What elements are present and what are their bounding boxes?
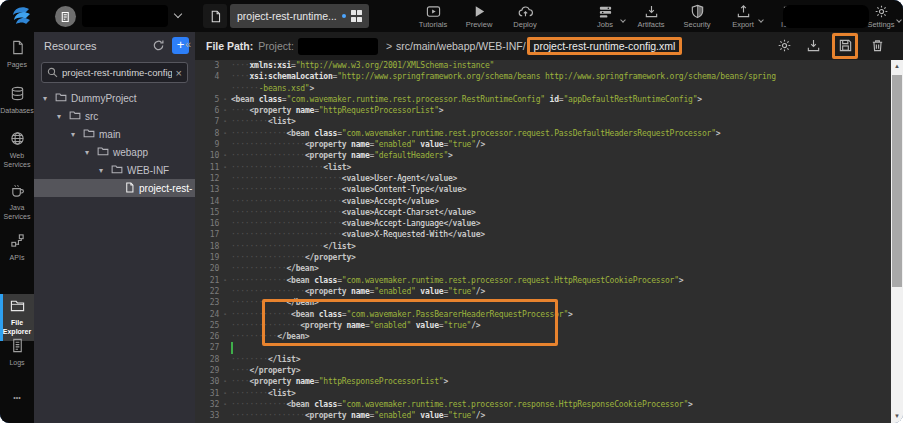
toolbar-item-deploy[interactable]: Deploy — [502, 4, 548, 29]
fold-marker — [219, 207, 231, 218]
fold-marker — [219, 331, 231, 342]
sidebar-item-java-services[interactable]: JavaServices — [0, 183, 34, 221]
code-line[interactable]: 8-············<bean class="com.wavemaker… — [195, 128, 891, 139]
tree-item-label: project-rest- — [139, 183, 192, 194]
code-line[interactable]: 26··········</bean> — [195, 331, 891, 342]
toolbar-item-export[interactable]: Export — [720, 4, 766, 29]
fold-marker[interactable]: - — [219, 376, 231, 387]
redacted-project-name — [82, 5, 168, 27]
tree-item-project-rest-[interactable]: project-rest- — [34, 179, 195, 197]
code-line[interactable]: 25···············<property name="enabled… — [195, 320, 891, 331]
code-line[interactable]: 32-············<bean class="com.wavemake… — [195, 399, 891, 410]
code-line[interactable]: ······-beans.xsd"> — [195, 83, 891, 94]
fold-marker[interactable]: - — [219, 399, 231, 410]
code-line[interactable]: 33················<property name="enable… — [195, 410, 891, 421]
open-file-tab[interactable]: project-rest-runtime... — [230, 4, 369, 28]
code-line[interactable]: 31-········<list> — [195, 388, 891, 399]
fold-marker[interactable]: - — [219, 105, 231, 116]
code-line[interactable]: 11-····················<list> — [195, 162, 891, 173]
code-line[interactable]: 16························<value>Accept-… — [195, 218, 891, 229]
code-line[interactable]: 29····</property> — [195, 365, 891, 376]
code-editor[interactable]: 3····xmlns:xsi="http://www.w3.org/2001/X… — [195, 60, 891, 423]
fold-marker[interactable]: - — [219, 94, 231, 105]
toolbar-item-jobs[interactable]: Jobs — [582, 4, 628, 29]
expand-caret-icon[interactable]: ▾ — [43, 94, 51, 103]
toolbar-item-security[interactable]: Security — [674, 4, 720, 29]
tree-item-src[interactable]: ▾src — [34, 107, 195, 125]
fold-marker[interactable]: - — [219, 116, 231, 127]
path-separator: > — [386, 40, 392, 52]
code-line[interactable]: 27 — [195, 342, 891, 353]
code-line[interactable]: 14························<value>Accept<… — [195, 196, 891, 207]
fold-marker[interactable]: - — [219, 275, 231, 286]
sidebar-item-web-services[interactable]: WebServices — [0, 131, 34, 169]
code-line[interactable]: 23············</bean> — [195, 297, 891, 308]
split-view-grid-icon[interactable] — [351, 10, 363, 22]
code-line[interactable]: 4····xsi:schemaLocation="http://www.spri… — [195, 71, 891, 82]
code-line[interactable]: 19················</property> — [195, 252, 891, 263]
fold-marker[interactable]: - — [219, 150, 231, 161]
expand-caret-icon[interactable]: ▾ — [71, 130, 79, 139]
tree-item-web-inf[interactable]: ▾WEB-INF — [34, 161, 195, 179]
code-line[interactable]: 6-····<property name="httpRequestProcess… — [195, 105, 891, 116]
expand-caret-icon[interactable]: ▾ — [99, 166, 107, 175]
file-tab-doc-icon[interactable] — [203, 4, 227, 28]
scrollbar-thumb[interactable] — [892, 75, 902, 287]
download-button[interactable] — [803, 36, 823, 56]
toolbar-item-artifacts[interactable]: Artifacts — [628, 4, 674, 29]
code-line[interactable]: 17························<value>X-Reque… — [195, 229, 891, 240]
fold-marker[interactable]: - — [219, 128, 231, 139]
code-line[interactable]: 7-········<list> — [195, 116, 891, 127]
tree-item-webapp[interactable]: ▾webapp — [34, 143, 195, 161]
project-avatar[interactable] — [55, 6, 76, 27]
tree-item-dummyproject[interactable]: ▾DummyProject — [34, 89, 195, 107]
editor-scrollbar[interactable]: ▲ ▼ — [891, 60, 903, 423]
sidebar-item-file-explorer[interactable]: FileExplorer — [0, 294, 34, 341]
code-line[interactable]: 10-················<property name="defau… — [195, 150, 891, 161]
fold-marker[interactable]: - — [219, 309, 231, 320]
settings-button[interactable] — [774, 36, 794, 56]
fold-marker[interactable]: - — [219, 388, 231, 399]
code-line[interactable]: 3····xmlns:xsi="http://www.w3.org/2001/X… — [195, 60, 891, 71]
scroll-down-arrow[interactable]: ▼ — [891, 410, 903, 423]
code-line[interactable]: 28········</list> — [195, 354, 891, 365]
code-line[interactable]: 12························<value>User-Ag… — [195, 173, 891, 184]
code-line[interactable]: 9················<property name="enabled… — [195, 139, 891, 150]
fold-marker[interactable]: - — [219, 162, 231, 173]
toolbar-label: Security — [683, 20, 710, 29]
project-switcher-chevron-down-icon[interactable] — [174, 10, 182, 18]
folder-icon — [69, 109, 81, 123]
sidebar-item--[interactable]: ••• — [0, 392, 34, 403]
tree-item-main[interactable]: ▾main — [34, 125, 195, 143]
toolbar-item-tutorials[interactable]: Tutorials — [410, 4, 456, 29]
toolbar-item-preview[interactable]: Preview — [456, 4, 502, 29]
save-button[interactable] — [832, 33, 858, 59]
sidebar-item-pages[interactable]: Pages — [0, 40, 34, 70]
expand-caret-icon[interactable]: ▾ — [85, 148, 93, 157]
code-line[interactable]: 22················<property name="enable… — [195, 286, 891, 297]
refresh-icon[interactable] — [150, 38, 166, 54]
code-text: ····xmlns:xsi="http://www.w3.org/2001/XM… — [231, 60, 891, 71]
code-text: ····<property name="httpResponseProcesso… — [231, 376, 891, 387]
code-line[interactable]: 24-·············<bean class="com.wavemak… — [195, 309, 891, 320]
line-number: 8 — [195, 128, 219, 139]
scroll-up-arrow[interactable]: ▲ — [891, 60, 903, 73]
sidebar-label: FileExplorer — [3, 319, 31, 336]
delete-button[interactable] — [867, 36, 887, 56]
sidebar-item-logs[interactable]: Logs — [0, 338, 34, 368]
clear-search-icon[interactable]: × — [176, 67, 182, 79]
toolbar-label: Settings — [867, 20, 894, 29]
fold-marker — [219, 410, 231, 421]
code-line[interactable]: 30-····<property name="httpResponseProce… — [195, 376, 891, 387]
code-line[interactable]: 13························<value>Content… — [195, 184, 891, 195]
code-line[interactable]: 21-············<bean class="com.wavemake… — [195, 275, 891, 286]
sidebar-item-apis[interactable]: APIs — [0, 233, 34, 263]
expand-caret-icon[interactable]: ▾ — [57, 112, 65, 121]
code-line[interactable]: 5-<bean class="com.wavemaker.runtime.res… — [195, 94, 891, 105]
sidebar-item-databases[interactable]: Databases — [0, 86, 34, 116]
code-line[interactable]: 15························<value>Accept-… — [195, 207, 891, 218]
collapse-panel-button[interactable]: « — [185, 38, 191, 50]
code-line[interactable]: 20············</bean> — [195, 263, 891, 274]
code-line[interactable]: 18····················</list> — [195, 241, 891, 252]
resources-search-input[interactable] — [62, 67, 172, 78]
